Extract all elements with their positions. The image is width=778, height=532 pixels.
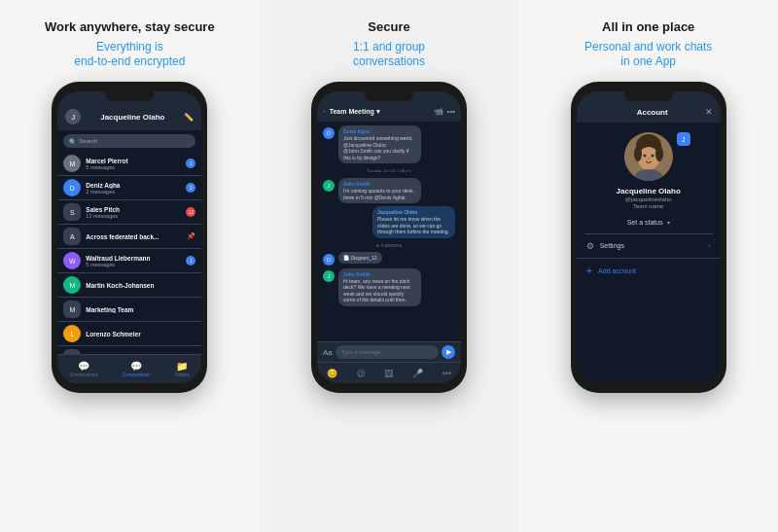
add-account-label: Add account (598, 267, 636, 274)
video-icon[interactable]: 📹 (434, 107, 443, 116)
input-placeholder: Type a message (341, 349, 380, 355)
chat-bubble: John Smith I'm coming upstairs to your d… (338, 178, 421, 203)
conv-info: Marketing Team (86, 306, 195, 313)
chat-message: J John Smith Hi team, any news on the pi… (323, 268, 455, 306)
svg-point-3 (643, 155, 646, 158)
phone3-screen: Account ✕ (577, 91, 721, 383)
conv-name: Martin Koch-Johansen (86, 282, 195, 289)
file-name: 📄 Diagram_12 (343, 255, 377, 262)
conversations-active-icon: 💬 (130, 361, 142, 372)
message-input[interactable]: Type a message (336, 345, 439, 359)
conv-info: Waltraud Liebermann 5 messages (86, 255, 181, 267)
phone2-action-icons: 📹 ••• (434, 107, 455, 116)
avatar: M (63, 301, 81, 318)
phone1-edit-icon[interactable]: ✏️ (184, 113, 194, 122)
chat-timestamp: Tuesday, Jun 13, 1:48 pm (323, 168, 455, 173)
chevron-down-icon: ▾ (667, 219, 670, 226)
list-item[interactable]: M Marcel Pierrot 5 messages 1 (57, 152, 201, 176)
phone1-search[interactable]: 🔍 Search (63, 134, 195, 148)
phone3-profile: J Jacqueline Olaho @jacquelineolaho Team… (577, 123, 721, 215)
phone1: J Jacqueline Olaho ✏️ 🔍 Search M Marcel … (52, 82, 207, 393)
panel3-subtitle: Personal and work chatsin one App (584, 40, 712, 70)
avatar: S (63, 203, 81, 221)
phone2-notch (365, 91, 413, 101)
conversations-icon: 💬 (78, 361, 89, 372)
conv-info: Marcel Pierrot 5 messages (86, 158, 181, 170)
panel3-title: All in one place (602, 19, 694, 36)
chat-sender: John Smith (343, 181, 416, 187)
back-icon[interactable]: ‹ (323, 107, 326, 116)
search-icon: 🔍 (69, 138, 76, 145)
chat-message: J John Smith I'm coming upstairs to your… (323, 178, 455, 203)
conv-name: Deniz Agha (86, 182, 181, 189)
search-placeholder: Search (79, 138, 97, 144)
profile-avatar (624, 132, 673, 181)
more-options-icon[interactable]: ••• (442, 369, 451, 378)
panel-work-anywhere: Work anywhere, stay secure Everything is… (0, 0, 260, 532)
panel-secure: Secure 1:1 and groupconversations ‹ Team… (260, 0, 519, 532)
tab-folders[interactable]: 📁 Folders (175, 361, 190, 377)
svg-point-8 (634, 146, 642, 161)
list-item[interactable]: M Martin Koch-Johansen (57, 273, 201, 298)
settings-menu-item[interactable]: ⚙ Settings › (577, 234, 721, 259)
chat-bubble-self: Jacqueline Olaho Please let me know when… (372, 206, 455, 238)
conv-info: Across federated back... (86, 233, 182, 240)
chat-body: D Deniz Agha Just dicovered something we… (317, 122, 461, 310)
chat-message: D Deniz Agha Just dicovered something we… (323, 125, 455, 163)
panel2-subtitle: 1:1 and groupconversations (353, 40, 425, 70)
panel1-subtitle: Everything isend-to-end encrypted (74, 40, 185, 70)
list-item[interactable]: W Waltraud Liebermann 5 messages 1 (57, 249, 201, 273)
phone2-bottom-icons: 😊 @ 🖼 🎤 ••• (317, 362, 461, 383)
mic-icon[interactable]: 🎤 (412, 369, 423, 378)
conv-msg: 12 messages (86, 213, 181, 219)
phone3-notch (624, 91, 673, 101)
avatar: D (63, 179, 81, 196)
conv-name: Across federated back... (86, 233, 182, 240)
conv-badge: 1 (186, 256, 195, 266)
at-icon[interactable]: @ (357, 369, 366, 378)
conv-msg: 2 messages (86, 189, 181, 195)
attach-icon[interactable]: Aa (323, 348, 333, 357)
close-icon[interactable]: ✕ (705, 107, 713, 117)
folders-icon: 📁 (176, 361, 188, 372)
list-item[interactable]: A Across federated back... 📌 (57, 225, 201, 249)
status-section[interactable]: Set a status ▾ (577, 219, 721, 226)
image-icon[interactable]: 🖼 (384, 369, 393, 378)
more-icon[interactable]: ••• (447, 107, 455, 116)
conv-name: Lorenzo Schmeler (86, 331, 195, 337)
add-account-item[interactable]: + Add account (577, 259, 721, 283)
chat-text: I'm coming upstairs to your desk, there … (343, 188, 416, 200)
list-item[interactable]: L Lorenzo Schmeler (57, 322, 201, 346)
phone1-tabs: 💬 Conversations 💬 Conversations 📁 Folder… (57, 354, 201, 383)
conv-name: Sales Pitch (86, 206, 181, 213)
tab-label-active: Conversations (123, 372, 151, 377)
chat-message-self: Jacqueline Olaho Please let me know when… (323, 206, 455, 238)
conv-badge: 12 (186, 207, 195, 217)
settings-icon: ⚙ (586, 241, 594, 251)
list-item[interactable]: M Marketing Team (57, 298, 201, 322)
profile-photo-svg (624, 132, 673, 181)
phone2-channel-title: Team Meeting ▾ (330, 108, 430, 116)
send-button[interactable]: ▶ (442, 345, 455, 359)
settings-label: Settings (600, 242, 703, 249)
chat-sender: Jacqueline Olaho (377, 209, 450, 215)
conv-info: Lorenzo Schmeler (86, 331, 195, 337)
emoji-icon[interactable]: 😊 (327, 369, 337, 378)
list-item[interactable]: S Sales Pitch 12 messages 12 (57, 200, 201, 225)
chat-bubble: Deniz Agha Just dicovered something weir… (338, 125, 421, 163)
phone2-screen: ‹ Team Meeting ▾ 📹 ••• D Deniz Agha (317, 91, 461, 383)
status-badge: J (677, 132, 690, 146)
phone1-header-title: Jacqueline Olaho (100, 113, 164, 122)
list-item[interactable]: D Deniz Agha 2 messages 2 (57, 176, 201, 200)
profile-image (624, 132, 673, 181)
chat-bubble: 📄 Diagram_12 (338, 252, 382, 265)
avatar: M (63, 276, 81, 294)
avatar: W (63, 252, 81, 269)
phone2: ‹ Team Meeting ▾ 📹 ••• D Deniz Agha (311, 82, 467, 393)
tab-conversations-inactive[interactable]: 💬 Conversations (70, 361, 98, 377)
participants-count: ● 4 persons (323, 242, 455, 248)
tab-conversations-active[interactable]: 💬 Conversations (123, 361, 151, 377)
panel2-title: Secure (368, 19, 409, 36)
phone1-user-avatar: J (65, 109, 81, 124)
add-icon: + (586, 266, 592, 276)
